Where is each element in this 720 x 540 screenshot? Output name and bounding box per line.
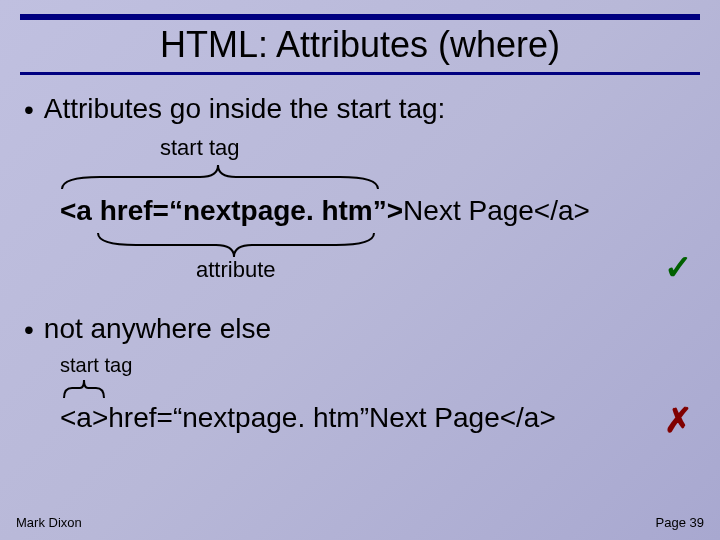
code-rest: Next Page</a> [403,195,590,226]
bullet-1: • Attributes go inside the start tag: [20,93,700,127]
code-start-tag: <a href=“nextpage. htm”> [60,195,403,226]
slide-title: HTML: Attributes (where) [20,24,700,66]
label-start-tag-2: start tag [60,354,132,377]
title-bar: HTML: Attributes (where) [20,14,700,75]
check-icon: ✓ [664,247,692,287]
brace-small-icon [62,378,106,400]
label-start-tag-1: start tag [160,135,239,161]
brace-bottom-icon [96,231,376,259]
bullet-2-text: not anywhere else [44,313,271,345]
label-attribute: attribute [196,257,276,283]
example-incorrect: start tag <a>href=“nextpage. htm”Next Pa… [60,354,700,464]
bullet-2: • not anywhere else [20,313,700,347]
bullet-1-text: Attributes go inside the start tag: [44,93,446,125]
bullet-dot-icon: • [24,93,34,127]
slide-body: • Attributes go inside the start tag: st… [0,75,720,464]
footer-page: Page 39 [656,515,704,530]
brace-top-icon [60,161,380,191]
footer: Mark Dixon Page 39 [0,515,720,530]
cross-icon: ✗ [664,400,692,440]
bullet-dot-icon: • [24,313,34,347]
code-line-incorrect: <a>href=“nextpage. htm”Next Page</a> [60,354,700,434]
footer-author: Mark Dixon [16,515,82,530]
example-correct: start tag <a href=“nextpage. htm”>Next P… [60,135,700,295]
